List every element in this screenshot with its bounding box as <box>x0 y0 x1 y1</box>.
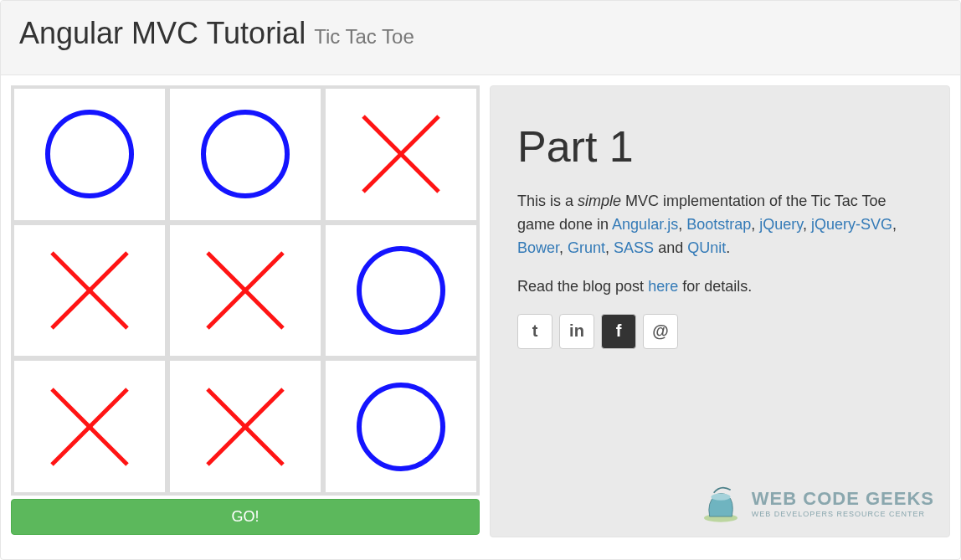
board-cell-0[interactable] <box>12 86 167 223</box>
board-cell-8[interactable] <box>323 358 479 495</box>
tech-link-angularjs[interactable]: Angular.js <box>612 216 678 233</box>
svg-point-1 <box>203 112 287 196</box>
board-cell-4[interactable] <box>167 223 323 359</box>
tech-link-sass[interactable]: SASS <box>614 239 654 256</box>
tech-link-jquerysvg[interactable]: jQuery-SVG <box>811 216 892 233</box>
board-cell-6[interactable] <box>12 358 167 495</box>
tech-link-jquery[interactable]: jQuery <box>759 216 803 233</box>
tech-link-grunt[interactable]: Grunt <box>568 239 605 256</box>
panel-heading: Angular MVC Tutorial Tic Tac Toe <box>1 1 960 75</box>
info-well: Part 1 This is a simple MVC implementati… <box>490 85 950 537</box>
tech-link-bower[interactable]: Bower <box>517 239 559 256</box>
svg-point-0 <box>48 112 131 196</box>
facebook-icon[interactable]: f <box>601 314 636 349</box>
email-icon[interactable]: @ <box>643 314 678 349</box>
svg-point-8 <box>359 249 443 332</box>
blog-link[interactable]: here <box>648 278 678 295</box>
board-cell-3[interactable] <box>12 223 167 359</box>
intro-paragraph: This is a simple MVC implementation of t… <box>517 190 922 260</box>
tech-link-bootstrap[interactable]: Bootstrap <box>686 216 751 233</box>
board-cell-2[interactable] <box>323 86 479 223</box>
board-cell-1[interactable] <box>167 86 323 223</box>
title-text: Angular MVC Tutorial <box>19 16 306 50</box>
logo-text-main: WEB CODE GEEKS <box>752 490 934 508</box>
tutorial-panel: Angular MVC Tutorial Tic Tac Toe GO! Par… <box>0 0 961 560</box>
tic-tac-toe-board <box>11 85 480 496</box>
social-buttons: t in f @ <box>517 314 922 349</box>
part-heading: Part 1 <box>517 121 922 172</box>
subtitle-text: Tic Tac Toe <box>314 25 414 48</box>
panel-body: GO! Part 1 This is a simple MVC implemen… <box>1 75 960 547</box>
game-column: GO! <box>11 85 480 537</box>
logo-text-sub: WEB DEVELOPERS RESOURCE CENTER <box>752 511 934 518</box>
info-column: Part 1 This is a simple MVC implementati… <box>490 85 950 537</box>
page-title: Angular MVC Tutorial Tic Tac Toe <box>19 16 942 51</box>
tech-link-qunit[interactable]: QUnit <box>687 239 726 256</box>
svg-point-13 <box>359 385 443 469</box>
blog-paragraph: Read the blog post here for details. <box>517 275 922 299</box>
logo-icon <box>698 483 743 525</box>
go-button[interactable]: GO! <box>11 499 480 535</box>
twitter-icon[interactable]: t <box>517 314 552 349</box>
board-cell-5[interactable] <box>323 223 479 359</box>
board-cell-7[interactable] <box>167 358 323 495</box>
linkedin-icon[interactable]: in <box>559 314 594 349</box>
brand-logo: WEB CODE GEEKS WEB DEVELOPERS RESOURCE C… <box>698 483 934 525</box>
svg-point-15 <box>711 494 730 501</box>
